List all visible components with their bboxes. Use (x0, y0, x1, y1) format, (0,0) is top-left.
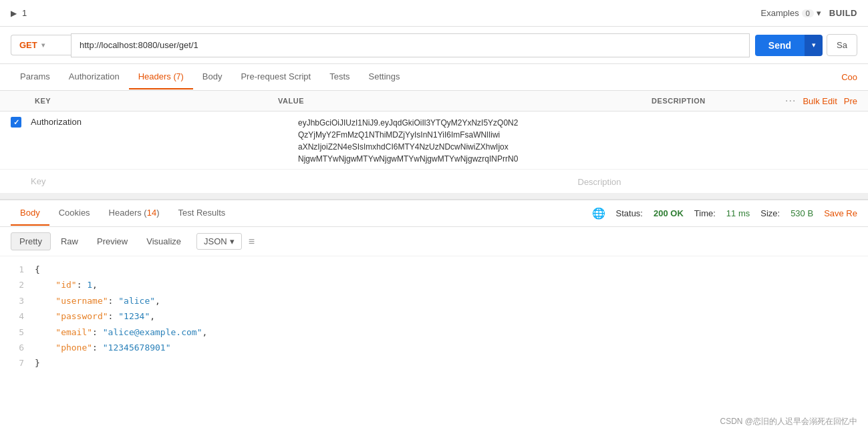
top-bar: ▶ 1 Examples 0 ▾ BUILD (0, 0, 868, 27)
send-button[interactable]: Send (755, 35, 805, 56)
header-actions: ··· Bulk Edit Pre (785, 95, 857, 107)
tab-tests[interactable]: Tests (320, 65, 359, 89)
size-label: Size: (760, 208, 780, 218)
status-value: 200 OK (654, 208, 684, 218)
size-value: 530 B (790, 208, 813, 218)
method-label: GET (19, 40, 37, 50)
resp-tab-cookies[interactable]: Cookies (49, 201, 100, 226)
new-desc-placeholder[interactable]: Description (578, 176, 858, 187)
line-num-1: 1 (11, 262, 24, 277)
globe-icon: 🌐 (592, 207, 605, 220)
code-line-4: 4 "password": "1234", (11, 308, 857, 324)
examples-button[interactable]: Examples 0 ▾ (761, 8, 821, 18)
headers-column-row: KEY VALUE DESCRIPTION ··· Bulk Edit Pre (0, 91, 868, 112)
response-tabs: Body Cookies Headers (14) Test Results 🌐… (0, 200, 868, 227)
tab-params[interactable]: Params (11, 65, 59, 89)
authorization-value: eyJhbGciOiJIUzI1NiJ9.eyJqdGkiOiIl3YTQyM2… (298, 116, 578, 165)
response-status: 🌐 Status: 200 OK Time: 11 ms Size: 530 B… (592, 207, 857, 220)
line-num-3: 3 (11, 293, 24, 308)
code-line-6: 6 "phone": "12345678901" (11, 340, 857, 355)
code-block: 1 { 2 "id": 1, 3 "username": "alice", 4 (0, 256, 868, 377)
code-line-1: 1 { (11, 262, 857, 277)
authorization-description (578, 116, 858, 117)
code-line-2: 2 "id": 1, (11, 277, 857, 292)
code-line-5: 5 "email": "alice@example.com", (11, 324, 857, 340)
json-dropdown-icon: ▾ (230, 236, 235, 246)
header-row-new: Key Description (0, 170, 868, 194)
examples-count: 0 (802, 9, 814, 17)
fmt-tab-pretty[interactable]: Pretty (11, 232, 51, 250)
status-label: Status: (616, 208, 643, 218)
pre-button[interactable]: Pre (844, 96, 857, 106)
watermark: CSDN @恋旧的人迟早会溺死在回忆中 (720, 416, 857, 427)
line-num-4: 4 (11, 308, 24, 324)
examples-label: Examples (761, 8, 799, 18)
url-input[interactable] (71, 33, 750, 57)
new-checkbox-cell[interactable] (11, 181, 31, 182)
tab-settings[interactable]: Settings (359, 65, 410, 89)
collapse-arrow-icon[interactable]: ▶ (11, 9, 17, 18)
cookies-link[interactable]: Coo (841, 72, 857, 82)
request-tabs: Params Authorization Headers (7) Body Pr… (0, 64, 868, 91)
send-group: Send ▾ (755, 35, 823, 56)
check-icon: ✓ (13, 118, 19, 127)
authorization-key[interactable]: Authorization (31, 116, 298, 127)
authorization-checkbox[interactable]: ✓ (11, 117, 21, 128)
method-select[interactable]: GET ▾ (11, 35, 71, 55)
url-bar: GET ▾ Send ▾ Sa (0, 27, 868, 64)
resp-tab-body[interactable]: Body (11, 201, 49, 226)
filter-icon[interactable]: ≡ (249, 236, 255, 248)
resp-tab-test-results[interactable]: Test Results (169, 201, 235, 226)
resp-tab-headers[interactable]: Headers (14) (100, 201, 169, 226)
bulk-edit-button[interactable]: Bulk Edit (803, 96, 837, 106)
time-value: 11 ms (726, 208, 750, 218)
more-options-icon[interactable]: ··· (785, 95, 796, 107)
checkbox-cell[interactable]: ✓ (11, 116, 31, 128)
response-section: Body Cookies Headers (14) Test Results 🌐… (0, 199, 868, 377)
build-button[interactable]: BUILD (829, 8, 857, 18)
code-line-7: 7 } (11, 355, 857, 371)
send-dropdown-button[interactable]: ▾ (805, 35, 823, 56)
examples-arrow-icon: ▾ (817, 8, 821, 18)
col-desc-label: DESCRIPTION (652, 97, 785, 105)
line-num-2: 2 (11, 277, 24, 292)
new-value-cell[interactable] (298, 181, 578, 182)
tab-prerequest[interactable]: Pre-request Script (231, 65, 320, 89)
fmt-tab-preview[interactable]: Preview (88, 232, 136, 250)
section-divider (0, 194, 868, 199)
tab-headers[interactable]: Headers (7) (129, 65, 193, 89)
request-number: 1 (22, 8, 27, 18)
json-format-select[interactable]: JSON ▾ (196, 233, 242, 250)
new-key-placeholder[interactable]: Key (31, 176, 298, 186)
line-num-5: 5 (11, 324, 24, 340)
code-line-3: 3 "username": "alice", (11, 293, 857, 308)
save-button[interactable]: Sa (827, 34, 857, 56)
save-response-button[interactable]: Save Re (824, 208, 857, 218)
time-label: Time: (694, 208, 716, 218)
method-dropdown-icon: ▾ (41, 41, 45, 49)
line-num-6: 6 (11, 340, 24, 355)
header-row-authorization: ✓ Authorization eyJhbGciOiJIUzI1NiJ9.eyJ… (0, 112, 868, 170)
tab-body[interactable]: Body (193, 65, 232, 89)
tab-authorization[interactable]: Authorization (59, 65, 129, 89)
code-brace-close: } (35, 355, 40, 371)
line-num-7: 7 (11, 355, 24, 371)
fmt-tab-raw[interactable]: Raw (52, 232, 87, 250)
col-key-label: KEY (11, 97, 278, 105)
col-value-label: VALUE (278, 97, 652, 105)
format-tabs: Pretty Raw Preview Visualize JSON ▾ ≡ (0, 227, 868, 256)
code-brace-open: { (35, 262, 40, 277)
fmt-tab-visualize[interactable]: Visualize (138, 232, 190, 250)
